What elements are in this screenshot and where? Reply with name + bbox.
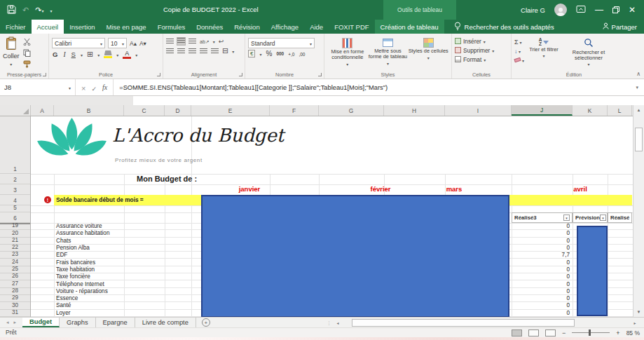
paste-dropdown-icon[interactable] (10, 60, 12, 67)
ribbon-tab-cr-ation-de-tableau[interactable]: Création de tableau (375, 20, 444, 34)
ribbon-tab-formules[interactable]: Formules (152, 20, 191, 34)
normal-view-icon[interactable] (512, 329, 522, 336)
close-button[interactable]: ✕ (629, 0, 636, 20)
column-header-a[interactable]: A (31, 105, 54, 116)
page-layout-view-icon[interactable] (528, 329, 539, 336)
value-cell[interactable]: 0 (512, 288, 570, 294)
ribbon-tab-fichier[interactable]: Fichier (0, 20, 32, 34)
value-cell[interactable]: 0 (512, 273, 570, 280)
ribbon-tab-foxit-pdf[interactable]: FOXIT PDF (329, 20, 374, 34)
scroll-up-icon[interactable] (633, 105, 644, 115)
value-cell[interactable]: 0 (512, 238, 570, 244)
scroll-left-icon[interactable] (334, 320, 342, 325)
orientation-icon[interactable] (200, 38, 210, 45)
sheet-tab-livre-de-compte[interactable]: Livre de compte (135, 318, 196, 327)
value-cell[interactable]: 0 (512, 259, 570, 265)
find-select-button[interactable]: Rechercher et sélectionner (563, 36, 614, 67)
value-cell[interactable]: 0 (512, 230, 570, 236)
row-header-6[interactable]: 6 (0, 212, 30, 223)
ribbon-display-options-icon[interactable] (576, 4, 586, 16)
undo-icon[interactable] (22, 6, 29, 15)
column-header-k[interactable]: K (573, 105, 608, 116)
ribbon-tab-aide[interactable]: Aide (304, 20, 329, 34)
value-cell[interactable]: 0 (512, 302, 570, 308)
row-header-31[interactable]: 31 (0, 310, 30, 317)
prev-sheet-icon[interactable] (6, 320, 9, 325)
table-header-pr-vision[interactable]: Prévision (573, 212, 608, 223)
insert-cells-button[interactable]: Insérer (455, 36, 508, 46)
percent-format-icon[interactable] (266, 50, 272, 57)
worksheet-grid[interactable]: ABCDEFGHIJKL 123456192021222324252627282… (0, 105, 644, 317)
align-middle-icon[interactable] (177, 38, 185, 45)
column-header-i[interactable]: I (445, 105, 512, 116)
value-cell[interactable]: 0 (512, 280, 570, 287)
restore-button[interactable] (612, 4, 619, 16)
number-dialog-launcher[interactable] (318, 73, 322, 76)
category-cell[interactable]: Taxe habitation (56, 266, 95, 273)
zoom-out-icon[interactable] (562, 329, 566, 336)
budget-title-cell[interactable]: Mon Budget de : (137, 174, 197, 184)
category-cell[interactable]: Essence (56, 295, 78, 301)
table-header-r-alis-3[interactable]: Réalisé3 (512, 212, 573, 223)
row-header-1[interactable]: 1 (0, 116, 30, 174)
cut-icon[interactable] (23, 38, 31, 47)
category-cell[interactable]: Frais bancaires (56, 259, 95, 265)
save-icon[interactable] (7, 5, 16, 15)
cancel-icon[interactable] (81, 81, 85, 94)
category-cell[interactable]: Voiture - réparations (56, 288, 108, 294)
table-header-r-alis[interactable]: Réalisé (608, 212, 632, 223)
ribbon-tab-affichage[interactable]: Affichage (266, 20, 304, 34)
ribbon-tab-donn-es[interactable]: Données (191, 20, 228, 34)
enter-icon[interactable] (91, 81, 97, 94)
sheet-tab-graphs[interactable]: Graphs (60, 318, 96, 327)
name-box[interactable]: J8 (0, 79, 76, 95)
sort-filter-button[interactable]: AZ Trier et filtrer (524, 36, 563, 67)
next-sheet-icon[interactable] (14, 320, 17, 325)
column-header-e[interactable]: E (191, 105, 270, 116)
conditional-formatting-button[interactable]: Mise en forme conditionnelle (327, 36, 368, 67)
column-header-b[interactable]: B (54, 105, 124, 116)
ribbon-tab-accueil[interactable]: Accueil (32, 20, 64, 34)
increase-indent-icon[interactable] (211, 48, 219, 54)
vertical-scrollbar[interactable] (633, 105, 644, 317)
column-header-d[interactable]: D (165, 105, 191, 116)
horizontal-scroll-track[interactable] (342, 319, 631, 327)
sheet-tab-epargne[interactable]: Epargne (96, 318, 135, 327)
row-header-4[interactable]: 4 (0, 195, 30, 205)
format-painter-icon[interactable] (23, 60, 31, 69)
borders-icon[interactable] (87, 50, 93, 59)
underline-button[interactable]: S (71, 50, 76, 58)
customize-qat-icon[interactable] (50, 6, 52, 14)
ribbon-tab-r-vision[interactable]: Révision (228, 20, 265, 34)
select-all-corner[interactable] (0, 105, 31, 116)
category-cell[interactable]: Taxe foncière (56, 273, 90, 280)
category-cell[interactable]: Assurance habitation (56, 230, 109, 236)
scroll-right-icon[interactable] (631, 320, 639, 325)
redo-icon[interactable] (35, 6, 43, 15)
clear-button[interactable] (514, 56, 524, 64)
splitter-dots-icon[interactable] (327, 320, 334, 326)
decrease-decimal-icon[interactable] (299, 50, 305, 57)
category-cell[interactable]: Assurance voiture (56, 223, 102, 229)
increase-decimal-icon[interactable] (288, 50, 294, 57)
zoom-slider[interactable] (572, 332, 610, 333)
alert-text-cell[interactable]: Solde bancaire début de mois = (56, 195, 144, 205)
row-header-5[interactable]: 5 (0, 205, 30, 212)
decrease-indent-icon[interactable] (200, 48, 207, 54)
filter-icon[interactable] (563, 215, 570, 221)
category-cell[interactable]: Téléphone Internet (56, 280, 104, 287)
column-header-g[interactable]: G (319, 105, 384, 116)
alignment-dialog-launcher[interactable] (239, 73, 242, 76)
minimize-button[interactable]: — (595, 0, 603, 20)
fill-color-icon[interactable] (104, 50, 112, 58)
autosum-button[interactable]: Σ (514, 38, 524, 46)
align-right-icon[interactable] (189, 48, 196, 54)
italic-button[interactable]: I (62, 51, 66, 58)
category-cell[interactable]: Chats (56, 238, 71, 244)
decrease-font-icon[interactable] (139, 40, 146, 47)
scroll-down-icon[interactable] (633, 307, 644, 317)
value-cell[interactable]: 0 (512, 310, 570, 316)
accounting-format-icon[interactable] (248, 50, 255, 57)
merge-center-icon[interactable] (222, 46, 228, 55)
zoom-in-icon[interactable] (616, 329, 619, 336)
